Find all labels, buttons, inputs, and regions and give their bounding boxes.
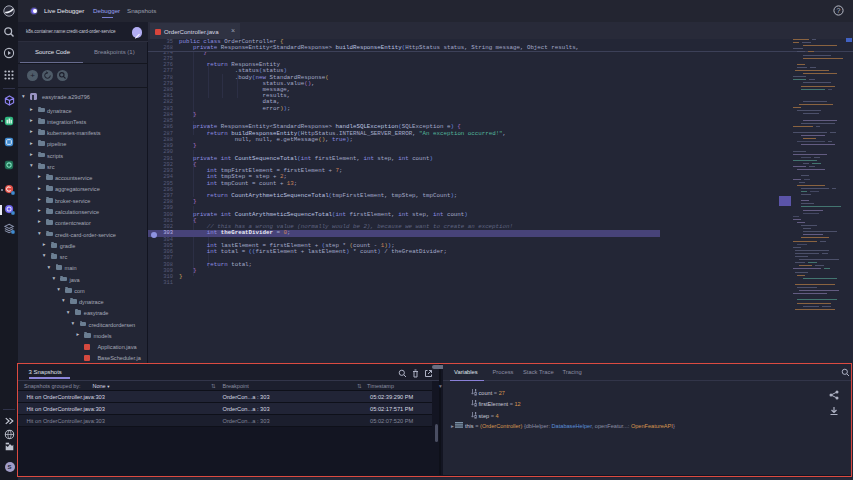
svg-text:?: ?	[837, 7, 841, 14]
